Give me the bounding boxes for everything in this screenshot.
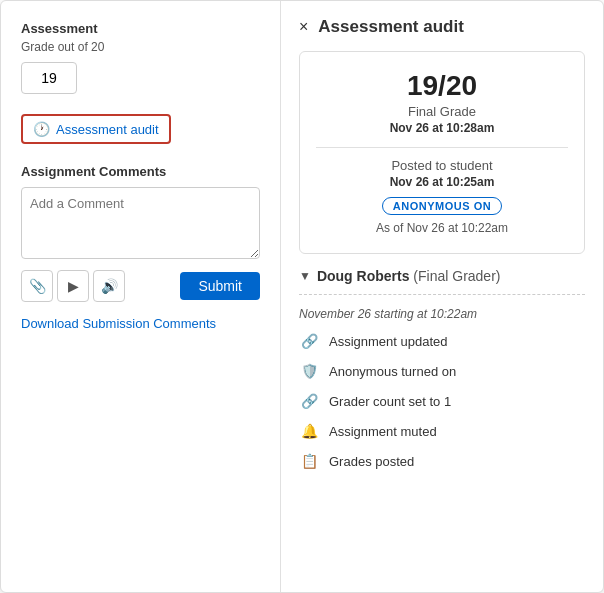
right-header: × Assessment audit [299,17,585,37]
right-panel: × Assessment audit 19/20 Final Grade Nov… [281,1,603,592]
final-grade-number: 19/20 [316,70,568,102]
chevron-down-icon: ▼ [299,269,311,283]
posted-date: Nov 26 at 10:25am [316,175,568,189]
audit-date-label: November 26 starting at 10:22am [299,307,585,321]
audit-item-text: Grades posted [329,454,414,469]
download-submission-comments-link[interactable]: Download Submission Comments [21,316,260,331]
audit-item: 📋Grades posted [299,451,585,471]
audit-item: 🔗Grader count set to 1 [299,391,585,411]
panel-title: Assessment audit [318,17,464,37]
assessment-audit-button[interactable]: 🕐 Assessment audit [21,114,171,144]
assignment-comments-label: Assignment Comments [21,164,260,179]
final-grade-date: Nov 26 at 10:28am [316,121,568,135]
audit-item-icon: 🛡️ [299,361,319,381]
main-container: Assessment Grade out of 20 🕐 Assessment … [0,0,604,593]
audit-item-text: Assignment muted [329,424,437,439]
audit-divider [299,294,585,295]
final-grade-label: Final Grade [316,104,568,119]
grader-name: Doug Roberts (Final Grader) [317,268,501,284]
video-icon: ▶ [68,278,79,294]
audit-item-text: Anonymous turned on [329,364,456,379]
audit-item-text: Grader count set to 1 [329,394,451,409]
close-button[interactable]: × [299,18,308,36]
audio-icon: 🔊 [101,278,118,294]
audit-item-icon: 🔗 [299,391,319,411]
audit-item: 🔗Assignment updated [299,331,585,351]
posted-label: Posted to student [316,158,568,173]
submit-button[interactable]: Submit [180,272,260,300]
audit-item: 🔔Assignment muted [299,421,585,441]
audit-item: 🛡️Anonymous turned on [299,361,585,381]
attachment-button[interactable]: 📎 [21,270,53,302]
grade-label: Grade out of 20 [21,40,260,54]
attachment-icon: 📎 [29,278,46,294]
audit-item-icon: 🔔 [299,421,319,441]
grader-row[interactable]: ▼ Doug Roberts (Final Grader) [299,268,585,284]
grade-input[interactable] [21,62,77,94]
assessment-label: Assessment [21,21,260,36]
comments-section: Assignment Comments 📎 ▶ 🔊 Submit [21,164,260,302]
anonymous-badge: ANONYMOUS ON [382,197,502,215]
video-button[interactable]: ▶ [57,270,89,302]
audit-item-icon: 🔗 [299,331,319,351]
audio-button[interactable]: 🔊 [93,270,125,302]
comment-toolbar: 📎 ▶ 🔊 Submit [21,270,260,302]
audit-item-text: Assignment updated [329,334,448,349]
grade-card: 19/20 Final Grade Nov 26 at 10:28am Post… [299,51,585,254]
clock-icon: 🕐 [33,121,50,137]
left-panel: Assessment Grade out of 20 🕐 Assessment … [1,1,281,592]
comment-textarea[interactable] [21,187,260,259]
audit-items-list: 🔗Assignment updated🛡️Anonymous turned on… [299,331,585,471]
card-divider [316,147,568,148]
audit-item-icon: 📋 [299,451,319,471]
as-of-text: As of Nov 26 at 10:22am [316,221,568,235]
